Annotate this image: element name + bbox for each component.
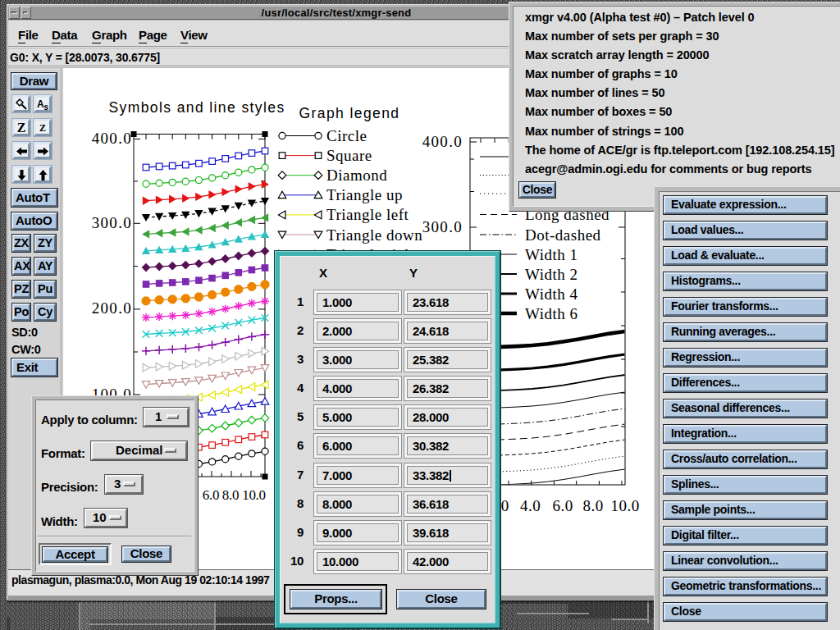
svg-text:8.0: 8.0 [583, 497, 604, 514]
svg-text:6.0: 6.0 [203, 487, 219, 503]
svg-text:Triangle left: Triangle left [326, 206, 409, 223]
svg-text:Diamond: Diamond [326, 167, 387, 184]
svg-text:6.0: 6.0 [552, 497, 573, 514]
svg-text:Width 4: Width 4 [525, 285, 578, 303]
svg-text:10.0: 10.0 [610, 497, 639, 514]
svg-text:Circle: Circle [326, 127, 367, 144]
svg-text:400.0: 400.0 [92, 130, 132, 147]
svg-text:Width 6: Width 6 [525, 305, 578, 322]
svg-text:Width 2: Width 2 [525, 266, 578, 283]
svg-text:10.0: 10.0 [242, 487, 266, 503]
svg-text:Triangle up: Triangle up [326, 186, 403, 203]
svg-text:8.0: 8.0 [222, 487, 239, 503]
svg-text:400.0: 400.0 [422, 133, 463, 150]
svg-text:4.0: 4.0 [520, 497, 541, 514]
svg-text:300.0: 300.0 [422, 218, 463, 235]
svg-text:Square: Square [326, 147, 372, 164]
svg-text:Graph legend: Graph legend [299, 105, 400, 121]
svg-text:200.0: 200.0 [92, 299, 132, 317]
svg-text:Triangle down: Triangle down [326, 226, 422, 244]
svg-text:300.0: 300.0 [92, 214, 132, 231]
svg-text:Width 1: Width 1 [525, 246, 578, 263]
svg-text:Symbols and line styles: Symbols and line styles [108, 99, 285, 116]
svg-text:Dot-dashed: Dot-dashed [525, 226, 601, 244]
